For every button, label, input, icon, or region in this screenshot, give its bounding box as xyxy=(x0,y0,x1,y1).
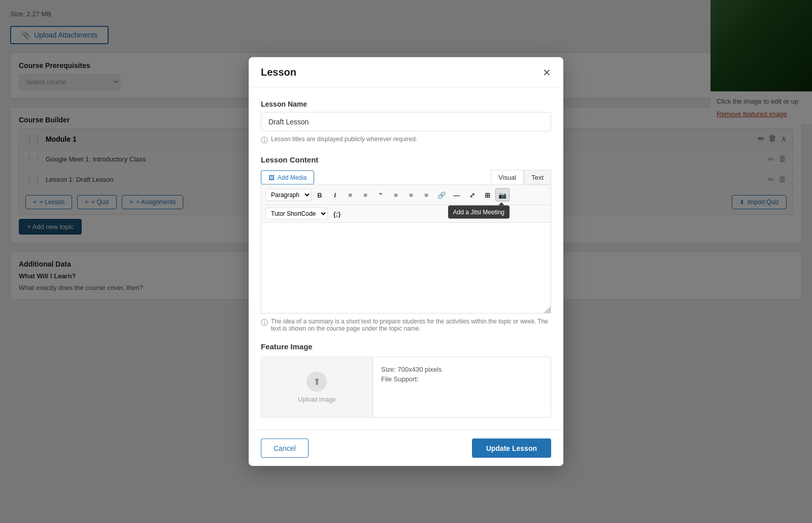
align-center-button[interactable]: ≡ xyxy=(404,188,418,202)
resize-handle[interactable] xyxy=(544,306,551,313)
link-button[interactable]: 🔗 xyxy=(434,188,449,202)
align-right-button[interactable]: ≡ xyxy=(419,188,433,202)
size-info: Size: 700x430 pixels xyxy=(381,366,543,373)
add-media-button[interactable]: 🖼 Add Media xyxy=(261,170,314,184)
lesson-name-input[interactable] xyxy=(261,112,551,132)
bold-button[interactable]: B xyxy=(313,188,327,202)
close-icon[interactable]: ✕ xyxy=(543,67,551,77)
lesson-modal: Lesson ✕ Lesson Name ⓘ Lesson titles are… xyxy=(249,57,563,466)
jitsi-button[interactable]: 📷 xyxy=(495,188,510,202)
modal-body: Lesson Name ⓘ Lesson titles are displaye… xyxy=(249,88,563,430)
lesson-name-hint: ⓘ Lesson titles are displayed publicly w… xyxy=(261,136,551,145)
ordered-list-button[interactable]: ≡ xyxy=(358,188,373,202)
feature-image-label: Feature Image xyxy=(261,342,551,351)
modal-title: Lesson xyxy=(261,67,296,78)
italic-button[interactable]: I xyxy=(328,188,342,202)
tab-text[interactable]: Text xyxy=(524,170,551,185)
blockquote-button[interactable]: " xyxy=(374,188,388,202)
media-icon: 🖼 xyxy=(268,174,275,181)
feature-image-area-modal: ⬆ Upload image Size: 700x430 pixels File… xyxy=(261,357,551,418)
lesson-name-label: Lesson Name xyxy=(261,100,551,108)
editor-content-area[interactable] xyxy=(261,222,551,314)
feature-image-info: Size: 700x430 pixels File Support: xyxy=(373,357,551,417)
table-button[interactable]: ⊞ xyxy=(480,188,494,202)
cancel-button[interactable]: Cancel xyxy=(261,439,309,458)
fullscreen-button[interactable]: ⤢ xyxy=(465,188,479,202)
horizontal-rule-button[interactable]: — xyxy=(450,188,464,202)
update-lesson-button[interactable]: Update Lesson xyxy=(472,439,551,458)
format-select[interactable]: Paragraph xyxy=(265,189,312,201)
modal-footer: Cancel Update Lesson xyxy=(249,430,563,466)
editor-tabs: Visual Text xyxy=(491,170,551,185)
jitsi-btn-wrapper: 📷 Add a Jitsi Meeting xyxy=(495,188,510,202)
tab-visual[interactable]: Visual xyxy=(491,170,524,185)
lesson-content-label: Lesson Content xyxy=(261,155,551,164)
jitsi-tooltip: Add a Jitsi Meeting xyxy=(448,206,510,219)
editor-toolbar-row1: Paragraph B I ≡ ≡ " ≡ ≡ xyxy=(261,185,551,205)
info-icon-2: ⓘ xyxy=(261,318,268,328)
shortcode-select[interactable]: Tutor ShortCode xyxy=(265,208,328,220)
info-icon: ⓘ xyxy=(261,136,268,145)
align-left-button[interactable]: ≡ xyxy=(389,188,403,202)
file-support: File Support: xyxy=(381,375,543,383)
unordered-list-button[interactable]: ≡ xyxy=(343,188,357,202)
upload-placeholder: ⬆ Upload image xyxy=(298,372,335,403)
upload-circle-icon: ⬆ xyxy=(307,372,327,392)
modal-header: Lesson ✕ xyxy=(249,57,563,88)
feature-image-placeholder[interactable]: ⬆ Upload image xyxy=(261,357,373,417)
curly-braces-button[interactable]: {;} xyxy=(330,207,344,220)
content-hint: ⓘ The idea of a summary is a short text … xyxy=(261,318,551,332)
